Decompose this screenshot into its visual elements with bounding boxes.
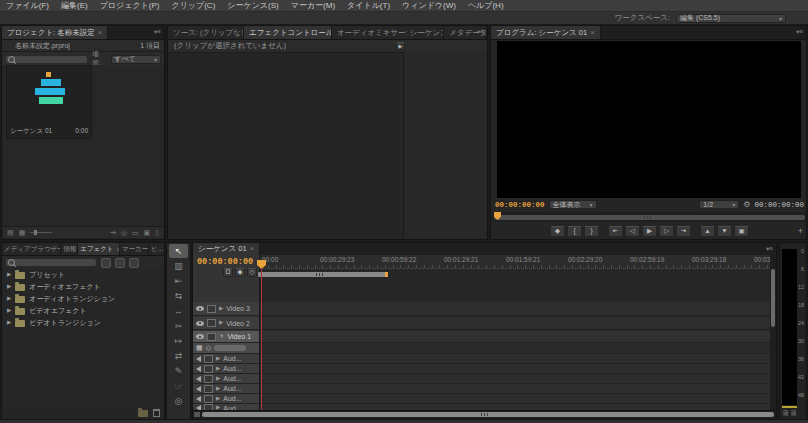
timeline-horizontal-scrollbar[interactable] — [193, 410, 776, 419]
track-header-video-3[interactable]: ▶ Video 3 — [193, 302, 259, 316]
panel-menu-icon[interactable]: ▾≡ — [154, 29, 161, 36]
expand-icon[interactable]: ▶ — [216, 386, 220, 392]
project-search-input[interactable] — [17, 55, 85, 64]
menu-project[interactable]: プロジェクト(P) — [100, 0, 160, 11]
effects-bin-presets[interactable]: ▶ プリセット — [3, 269, 163, 281]
workspace-dropdown[interactable]: 編集 (CS5.5) ▾ — [676, 14, 786, 23]
new-custom-bin-icon[interactable] — [138, 410, 148, 417]
toggle-track-output-icon[interactable] — [196, 376, 201, 382]
track-header-audio-3[interactable]: ▶ Aud... — [193, 374, 259, 384]
list-view-icon[interactable]: ▤ — [7, 229, 14, 237]
playback-resolution-dropdown[interactable]: 1/2 ▾ — [699, 200, 739, 209]
effect-controls-expand-button[interactable]: ▶ — [396, 42, 405, 50]
find-icon[interactable]: ◎ — [121, 229, 127, 237]
new-bin-icon[interactable]: ▭ — [132, 229, 139, 237]
fit-dropdown[interactable]: 全体表示 ▾ — [549, 200, 597, 209]
slide-tool[interactable]: ⇄ — [169, 349, 188, 363]
hand-tool[interactable]: ☞ — [169, 379, 188, 393]
snap-toggle-button[interactable]: Ω — [223, 268, 233, 277]
expand-icon[interactable]: ▶ — [7, 284, 11, 290]
expand-icon[interactable]: ▶ — [216, 376, 220, 382]
menu-clip[interactable]: クリップ(C) — [171, 0, 215, 11]
toggle-track-output-icon[interactable] — [196, 396, 201, 402]
track-content-video-1-keyframes[interactable] — [260, 343, 770, 354]
add-marker-button[interactable]: ◆ — [550, 226, 565, 237]
mute-right-channel-button[interactable]: ◁ — [790, 410, 797, 417]
track-content-audio-3[interactable] — [260, 374, 770, 384]
set-encore-chapter-marker-button[interactable]: ◆ — [235, 268, 245, 277]
effects-bin-video-effects[interactable]: ▶ ビデオエフェクト — [3, 305, 163, 317]
collapse-icon[interactable]: ▼ — [219, 334, 224, 340]
accelerated-effects-filter-icon[interactable] — [101, 258, 111, 268]
pen-tool[interactable]: ✎ — [169, 364, 188, 378]
timeline-vertical-scrollbar[interactable] — [770, 255, 776, 411]
close-icon[interactable]: × — [590, 29, 595, 37]
menu-help[interactable]: ヘルプ(H) — [468, 0, 504, 11]
selection-tool[interactable]: ↖ — [169, 244, 188, 258]
ripple-edit-tool[interactable]: ⇤ — [169, 274, 188, 288]
menu-sequence[interactable]: シーケンス(S) — [227, 0, 278, 11]
tab-sequence-01[interactable]: シーケンス 01 × — [193, 243, 260, 255]
track-content-audio-4[interactable] — [260, 384, 770, 394]
tab-history[interactable]: ヒ... — [149, 243, 164, 255]
effects-search-input[interactable] — [17, 258, 94, 267]
expand-icon[interactable]: ▶ — [216, 356, 220, 362]
program-scrubber[interactable] — [492, 212, 807, 222]
zoom-tool[interactable]: ◎ — [169, 394, 188, 408]
program-position-timecode[interactable]: 00:00:00:00 — [495, 201, 545, 209]
button-editor-plus[interactable]: + — [798, 226, 803, 236]
effects-bin-audio-effects[interactable]: ▶ オーディオエフェクト — [3, 281, 163, 293]
track-header-video-2[interactable]: ▶ Video 2 — [193, 317, 259, 330]
tab-program[interactable]: プログラム: シーケンス 01 × — [491, 26, 601, 39]
extract-button[interactable]: ▼ — [717, 226, 732, 237]
track-lock-icon[interactable] — [204, 385, 213, 393]
zoom-out-box[interactable] — [194, 412, 200, 417]
effects-bin-audio-transitions[interactable]: ▶ オーディオトランジション — [3, 293, 163, 305]
lift-button[interactable]: ▲ — [700, 226, 715, 237]
track-lock-icon[interactable] — [204, 355, 213, 363]
new-item-icon[interactable]: ▣ — [144, 229, 151, 237]
expand-icon[interactable]: ▶ — [216, 366, 220, 372]
panel-menu-icon[interactable]: ▾≡ — [477, 29, 484, 36]
tab-effect-controls[interactable]: エフェクトコントロール × — [244, 26, 332, 39]
close-icon[interactable]: × — [250, 245, 255, 253]
play-button[interactable]: ▶ — [642, 226, 657, 237]
yuv-effects-filter-icon[interactable] — [129, 258, 139, 268]
work-area-bar[interactable] — [258, 272, 388, 277]
toggle-track-output-icon[interactable] — [196, 356, 201, 362]
tab-media-browser[interactable]: メディアブラウザー — [2, 243, 61, 255]
panel-menu-icon[interactable]: ▾≡ — [766, 246, 773, 253]
icon-view-icon[interactable]: ▦ — [19, 229, 26, 237]
track-select-tool[interactable]: ▥ — [169, 259, 188, 273]
menu-edit[interactable]: 編集(E) — [61, 0, 88, 11]
razor-tool[interactable]: ✂ — [169, 319, 188, 333]
expand-icon[interactable]: ▶ — [219, 306, 223, 312]
track-lock-icon[interactable] — [207, 305, 216, 313]
mute-left-channel-button[interactable]: ◁ — [782, 410, 789, 417]
track-content-audio-1[interactable] — [260, 354, 770, 364]
track-header-audio-2[interactable]: ▶ Aud... — [193, 364, 259, 374]
track-content-video-1[interactable] — [260, 331, 770, 343]
menu-marker[interactable]: マーカー(M) — [291, 0, 335, 11]
toggle-track-output-icon[interactable] — [196, 386, 201, 392]
go-to-out-button[interactable]: ⇥ — [676, 226, 691, 237]
close-icon[interactable]: × — [98, 29, 103, 37]
menu-title[interactable]: タイトル(T) — [347, 0, 390, 11]
track-lock-icon[interactable] — [204, 395, 213, 403]
step-back-button[interactable]: ◁ — [625, 226, 640, 237]
menu-file[interactable]: ファイル(F) — [6, 0, 49, 11]
tab-audio-mixer[interactable]: オーディオミキサー: シーケンス 01 — [332, 26, 444, 39]
keyframe-display-selector[interactable] — [214, 345, 246, 351]
slip-tool[interactable]: ↦ — [169, 334, 188, 348]
tab-project[interactable]: プロジェクト: 名称未設定 × — [2, 26, 108, 39]
expand-icon[interactable]: ▶ — [7, 308, 11, 314]
toggle-track-output-icon[interactable] — [196, 321, 204, 326]
timeline-ruler[interactable]: 00:00 00:00:29:23 00:00:59:22 00:01:29:2… — [260, 255, 770, 269]
track-header-audio-1[interactable]: ▶ Aud... — [193, 354, 259, 364]
track-lock-icon[interactable] — [207, 319, 216, 327]
expand-icon[interactable]: ▶ — [7, 320, 11, 326]
settings-wrench-icon[interactable]: ⚙ — [743, 200, 750, 209]
project-filter-dropdown[interactable]: すべて ▾ — [111, 55, 161, 64]
step-forward-button[interactable]: ▷ — [659, 226, 674, 237]
track-content-audio-5[interactable] — [260, 394, 770, 404]
